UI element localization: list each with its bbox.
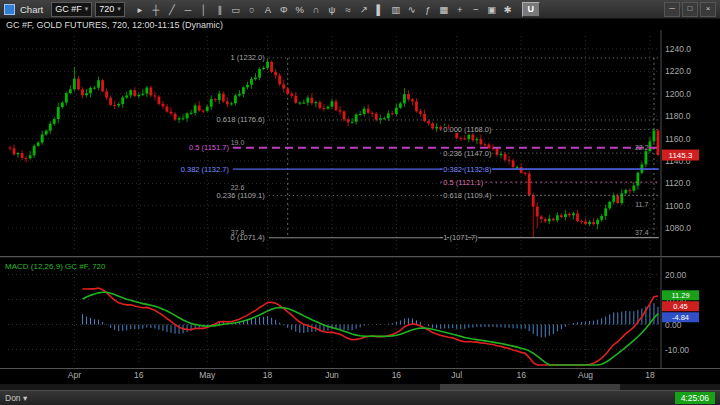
close-button[interactable]: × xyxy=(700,2,716,17)
window-title: Chart xyxy=(20,4,43,15)
svg-text:-10.00: -10.00 xyxy=(665,345,689,355)
svg-text:0.45: 0.45 xyxy=(673,302,688,311)
chart-toolbar: Chart GC #F ▾ 720 ▾ ▸┼╱─│∥▭○AΦ%∩ψ≈↗▌▥∿ƒ▦… xyxy=(0,0,720,19)
status-bar: Don ▾ 4:25:06 xyxy=(0,390,720,405)
last-price-badge: 1145.3 xyxy=(662,150,699,161)
toolbar-icons: ▸┼╱─│∥▭○AΦ%∩ψ≈↗▌▥∿ƒ▦+−▣✱ xyxy=(132,2,516,17)
time-axis-label: 18 xyxy=(636,370,664,380)
interval-input[interactable]: 720 ▾ xyxy=(95,2,125,17)
svg-text:37.8: 37.8 xyxy=(231,229,245,236)
svg-text:-4.84: -4.84 xyxy=(672,313,689,322)
window-controls: ─□× xyxy=(664,2,716,17)
interval-value: 720 xyxy=(99,4,114,14)
u-tool-button[interactable]: U xyxy=(522,2,540,17)
clock-badge: 4:25:06 xyxy=(675,392,715,404)
trendline-icon[interactable]: ╱ xyxy=(164,2,180,17)
time-axis-label: 16 xyxy=(125,370,153,380)
settings-icon[interactable]: ✱ xyxy=(500,2,516,17)
text-tool-icon[interactable]: A xyxy=(260,2,276,17)
time-axis-label: May xyxy=(193,370,221,380)
svg-text:22.2: 22.2 xyxy=(635,144,649,151)
svg-text:0.000 (1168.0): 0.000 (1168.0) xyxy=(443,125,492,134)
indicator-icon[interactable]: ƒ xyxy=(420,2,436,17)
fib-retracement-secondary: 0.000 (1168.0)0.236 (1147.0)0.382 (1132.… xyxy=(440,125,658,242)
pitchfork-icon[interactable]: ψ xyxy=(324,2,340,17)
svg-text:37.4: 37.4 xyxy=(635,229,649,236)
crosshair-icon[interactable]: ┼ xyxy=(148,2,164,17)
svg-text:1180.0: 1180.0 xyxy=(665,111,691,121)
bar-chart-icon[interactable]: ▥ xyxy=(388,2,404,17)
symbol-input[interactable]: GC #F ▾ xyxy=(51,2,92,17)
svg-text:1120.0: 1120.0 xyxy=(665,178,691,188)
arrow-tool-icon[interactable]: ↗ xyxy=(356,2,372,17)
svg-text:11.29: 11.29 xyxy=(671,291,689,300)
svg-text:0.618 (1109.4): 0.618 (1109.4) xyxy=(443,191,492,200)
svg-text:1220.0: 1220.0 xyxy=(665,66,691,76)
svg-text:0.382 (1132.7): 0.382 (1132.7) xyxy=(181,165,230,174)
svg-text:0.236 (1147.0): 0.236 (1147.0) xyxy=(443,149,492,158)
svg-text:1240.0: 1240.0 xyxy=(665,44,691,54)
zoom-in-icon[interactable]: + xyxy=(452,2,468,17)
line-chart-icon[interactable]: ∿ xyxy=(404,2,420,17)
parallel-channel-icon[interactable]: ∥ xyxy=(212,2,228,17)
snapshot-icon[interactable]: ▣ xyxy=(484,2,500,17)
grid-icon[interactable]: ▦ xyxy=(436,2,452,17)
svg-text:1 (1071.7): 1 (1071.7) xyxy=(443,233,478,242)
time-axis-label: Jul xyxy=(443,370,471,380)
time-axis: Apr16May18Jun16Jul16Aug18 xyxy=(0,369,720,383)
svg-text:1160.0: 1160.0 xyxy=(665,134,691,144)
time-axis-label: 16 xyxy=(382,370,410,380)
wave-tool-icon[interactable]: ≈ xyxy=(340,2,356,17)
maximize-button[interactable]: □ xyxy=(682,2,698,17)
svg-text:1145.3: 1145.3 xyxy=(669,151,693,160)
pointer-icon[interactable]: ▸ xyxy=(132,2,148,17)
time-axis-label: 18 xyxy=(254,370,282,380)
minimize-button[interactable]: ─ xyxy=(664,2,680,17)
svg-text:0.5 (1151.7): 0.5 (1151.7) xyxy=(189,143,229,152)
macd-study-label: MACD (12,26,9) GC #F, 720 xyxy=(5,262,106,271)
time-axis-label: 16 xyxy=(507,370,535,380)
svg-text:1200.0: 1200.0 xyxy=(665,89,691,99)
svg-text:1 (1232.0): 1 (1232.0) xyxy=(231,53,266,62)
svg-text:22.6: 22.6 xyxy=(231,184,245,191)
time-axis-label: Jun xyxy=(318,370,346,380)
main-price-chart[interactable]: 1240.01220.01200.01180.01160.01140.01120… xyxy=(0,30,720,256)
rectangle-tool-icon[interactable]: ▭ xyxy=(228,2,244,17)
percent-tool-icon[interactable]: % xyxy=(292,2,308,17)
chevron-down-icon: ▾ xyxy=(85,5,89,13)
macd-signal-line xyxy=(82,292,658,365)
svg-text:1100.0: 1100.0 xyxy=(665,201,691,211)
macd-panel[interactable]: 20.0010.000.00-10.00MACD (12,26,9) GC #F… xyxy=(0,258,720,368)
symbol-value: GC #F xyxy=(55,4,82,14)
svg-text:0.236 (1109.1): 0.236 (1109.1) xyxy=(217,191,266,200)
page-selector[interactable]: Don ▾ xyxy=(5,393,27,403)
svg-text:11.7: 11.7 xyxy=(635,201,648,208)
candlestick-chart-icon[interactable]: ▌ xyxy=(372,2,388,17)
app-icon xyxy=(4,4,15,15)
zoom-out-icon[interactable]: − xyxy=(468,2,484,17)
svg-text:19.0: 19.0 xyxy=(231,139,245,146)
horizontal-line-icon[interactable]: ─ xyxy=(180,2,196,17)
svg-text:0.618 (1176.6): 0.618 (1176.6) xyxy=(217,115,266,124)
svg-text:20.00: 20.00 xyxy=(665,270,687,280)
vertical-line-icon[interactable]: │ xyxy=(196,2,212,17)
chevron-down-icon: ▾ xyxy=(117,5,121,13)
fibonacci-retracement-icon[interactable]: Φ xyxy=(276,2,292,17)
ellipse-tool-icon[interactable]: ○ xyxy=(244,2,260,17)
svg-text:1080.0: 1080.0 xyxy=(665,223,691,233)
chart-symbol-title: GC #F, GOLD FUTURES, 720, 12:00-11:15 (D… xyxy=(6,20,223,30)
time-axis-label: Apr xyxy=(60,370,88,380)
arc-tool-icon[interactable]: ∩ xyxy=(308,2,324,17)
svg-text:0.382 (1132.8): 0.382 (1132.8) xyxy=(443,165,492,174)
time-axis-label: Aug xyxy=(572,370,600,380)
svg-text:0.5 (1121.1): 0.5 (1121.1) xyxy=(443,178,483,187)
